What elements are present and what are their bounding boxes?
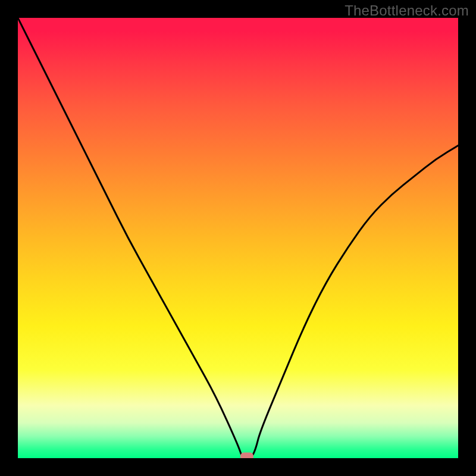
plot-area <box>18 18 458 458</box>
curve-svg <box>18 18 458 458</box>
optimum-marker <box>240 453 253 459</box>
watermark-text: TheBottleneck.com <box>345 2 469 19</box>
bottleneck-curve <box>18 18 458 458</box>
chart-frame: TheBottleneck.com <box>0 0 476 476</box>
